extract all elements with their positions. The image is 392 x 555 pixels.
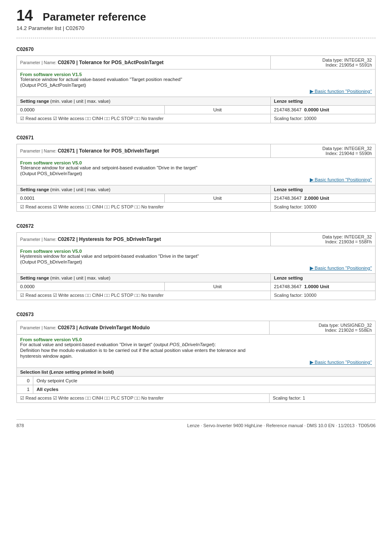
unit-cell: Unit [164, 282, 270, 291]
scaling-factor: Scaling factor: 10000 [270, 291, 375, 300]
param-description-cell: From software version V5.0Tolerance wind… [17, 158, 376, 185]
param-label-cell: Parameter | Name: C02670 | Tolerance for… [17, 56, 271, 69]
param-data-type: Data type: INTEGER_32Index: 21904d = 559… [270, 144, 375, 158]
access-flags: Read access Write access □ CINH □ PLC ST… [17, 203, 271, 212]
param-section-c02673: C02673Parameter | Name: C02673 | Activat… [16, 312, 376, 403]
selection-value: 0 [17, 377, 33, 385]
param-section-c02670: C02670Parameter | Name: C02670 | Toleran… [16, 46, 376, 123]
section-id-label: C02670 [16, 46, 376, 52]
param-section-c02671: C02671Parameter | Name: C02671 | Toleran… [16, 135, 376, 212]
basic-function-link[interactable]: ▶ Basic function "Positioning" [20, 265, 372, 271]
footer-publisher: Lenze · Servo-Inverter 9400 HighLine · R… [187, 423, 376, 428]
param-description-cell: From software version V1.5Tolerance wind… [17, 69, 376, 97]
param-desc-text: Tolerance window for actual value-based … [20, 77, 372, 82]
page-header: 14 Parameter reference [16, 8, 376, 23]
param-section-c02672: C02672Parameter | Name: C02672 | Hystere… [16, 223, 376, 300]
param-label-cell: Parameter | Name: C02673 | Activate Driv… [17, 321, 270, 335]
access-flags: Read access Write access □ CINH □ PLC ST… [17, 114, 271, 123]
min-value: 0.0000 [17, 106, 165, 114]
divider [16, 38, 376, 38]
setting-range-label: Setting range (min. value | unit | max. … [17, 185, 271, 194]
sub-heading: 14.2 Parameter list | C02670 [16, 25, 376, 31]
chapter-number: 14 [16, 8, 33, 23]
max-lenze-cell: 214748.3647 1.0000 Unit [270, 282, 375, 291]
param-data-type: Data type: INTEGER_32Index: 21903d = 558… [270, 233, 375, 246]
param-data-type: Data type: INTEGER_32Index: 21905d = 559… [270, 56, 375, 69]
section-id-label: C02672 [16, 223, 376, 229]
param-desc-line: hysteresis window again. [20, 354, 372, 358]
param-description-cell: From software version V5.0Hysteresis win… [17, 246, 376, 274]
basic-function-link[interactable]: ▶ Basic function "Positioning" [20, 88, 372, 94]
from-version: From software version V5.0 [20, 249, 372, 254]
lenze-setting-label: Lenze setting [270, 274, 375, 282]
selection-label: Only setpoint Cycle [33, 377, 376, 385]
scaling-factor: Scaling factor: 10000 [270, 203, 375, 212]
access-flags: Read access Write access □ CINH □ PLC ST… [17, 394, 270, 403]
selection-value: 1 [17, 385, 33, 394]
param-label-cell: Parameter | Name: C02672 | Hysteresis fo… [17, 233, 271, 246]
lenze-setting-label: Lenze setting [270, 97, 375, 106]
param-name: C02670 | Tolerance for POS_bActPosInTarg… [58, 60, 164, 65]
scaling-factor: Scaling factor: 1 [269, 394, 375, 403]
unit-cell: Unit [164, 106, 270, 114]
basic-function-link[interactable]: ▶ Basic function "Positioning" [20, 177, 372, 183]
param-output: (Output POS_bDriveInTarget) [20, 259, 372, 264]
setting-range-label: Setting range (min. value | unit | max. … [17, 97, 271, 106]
scaling-factor: Scaling factor: 10000 [270, 114, 375, 123]
section-id-label: C02673 [16, 312, 376, 317]
param-name: C02671 | Tolerance for POS_bDriveInTarge… [58, 148, 159, 154]
basic-function-link[interactable]: ▶ Basic function "Positioning" [20, 359, 372, 365]
from-version: From software version V5.0 [20, 160, 372, 165]
max-lenze-cell: 214748.3647 2.0000 Unit [270, 194, 375, 203]
min-value: 0.0001 [17, 194, 165, 203]
footer-page-number: 878 [16, 423, 24, 428]
selection-list-label: Selection list (Lenze setting printed in… [17, 368, 376, 377]
from-version: From software version V1.5 [20, 72, 372, 77]
section-id-label: C02671 [16, 135, 376, 141]
param-output: (Output POS_bActPosInTarget) [20, 83, 372, 88]
setting-range-label: Setting range (min. value | unit | max. … [17, 274, 271, 282]
param-name: C02673 | Activate DriveInTarget Modulo [58, 325, 150, 331]
access-flags: Read access Write access □ CINH □ PLC ST… [17, 291, 271, 300]
param-desc-line: Definition how the modulo evaluation is … [20, 348, 372, 353]
param-desc-text: Tolerance window for actual value and se… [20, 165, 372, 170]
param-label-cell: Parameter | Name: C02671 | Tolerance for… [17, 144, 271, 158]
param-data-type: Data type: UNSIGNED_32Index: 21902d = 55… [269, 321, 375, 335]
unit-cell: Unit [164, 194, 270, 203]
min-value: 0.0000 [17, 282, 165, 291]
param-desc-text: Hysteresis window for actual value and s… [20, 254, 372, 259]
param-description-cell: From software version V5.0For actual val… [17, 335, 376, 368]
param-output: (Output POS_bDriveInTarget) [20, 171, 372, 176]
param-name: C02672 | Hysteresis for POS_bDriveInTarg… [58, 236, 161, 242]
footer: 878 Lenze · Servo-Inverter 9400 HighLine… [16, 419, 376, 428]
lenze-setting-label: Lenze setting [270, 185, 375, 194]
from-version: From software version V5.0 [20, 337, 372, 342]
chapter-title: Parameter reference [43, 11, 146, 23]
max-lenze-cell: 214748.3647 0.0000 Unit [270, 106, 375, 114]
selection-label: All cycles [33, 385, 376, 394]
param-desc-line: For actual value and setpoint-based eval… [20, 342, 372, 347]
